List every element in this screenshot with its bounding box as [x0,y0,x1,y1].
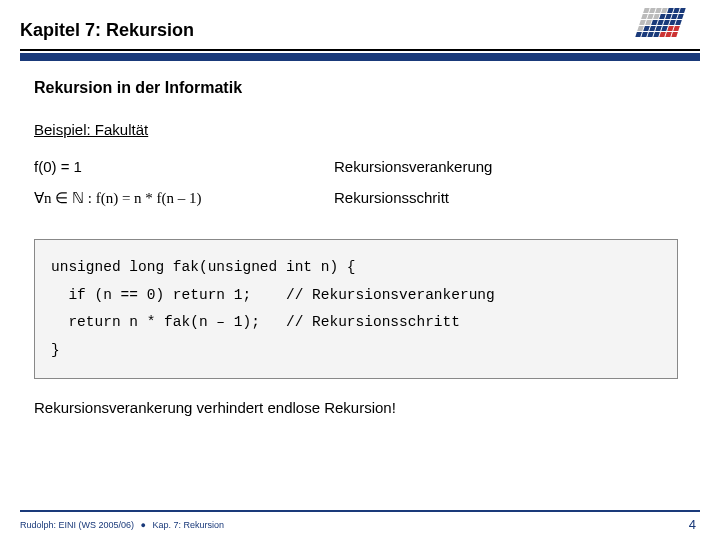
brand-logo [640,8,700,48]
def-left: f(0) = 1 [34,158,334,189]
code-block: unsigned long fak(unsigned int n) { if (… [34,239,678,379]
def-row: f(0) = 1 Rekursionsverankerung [34,158,686,189]
code-line: } [51,337,661,365]
subheading: Beispiel: Fakultät [34,121,686,138]
slide-header: Kapitel 7: Rekursion [0,0,720,61]
footer-text: Rudolph: EINI (WS 2005/06) ● Kap. 7: Rek… [20,520,224,530]
content-area: Rekursion in der Informatik Beispiel: Fa… [0,61,720,416]
definition-table: f(0) = 1 Rekursionsverankerung ∀n ∈ ℕ : … [34,158,686,221]
footer-divider [20,510,700,512]
title-underline [20,49,700,51]
code-line: unsigned long fak(unsigned int n) { [51,254,661,282]
bullet-icon: ● [141,520,146,530]
def-right: Rekursionsschritt [334,189,686,221]
footer-author: Rudolph: EINI (WS 2005/06) [20,520,134,530]
def-right: Rekursionsverankerung [334,158,686,189]
section-heading: Rekursion in der Informatik [34,79,686,97]
title-blue-bar [20,53,700,61]
def-left: ∀n ∈ ℕ : f(n) = n * f(n – 1) [34,189,334,221]
note-text: Rekursionsverankerung verhindert endlose… [34,399,686,416]
slide-title: Kapitel 7: Rekursion [20,20,720,45]
code-line: return n * fak(n – 1); // Rekursionsschr… [51,309,661,337]
code-line: if (n == 0) return 1; // Rekursionsveran… [51,282,661,310]
page-number: 4 [689,517,696,532]
def-row: ∀n ∈ ℕ : f(n) = n * f(n – 1) Rekursionss… [34,189,686,221]
footer-chapter: Kap. 7: Rekursion [153,520,225,530]
